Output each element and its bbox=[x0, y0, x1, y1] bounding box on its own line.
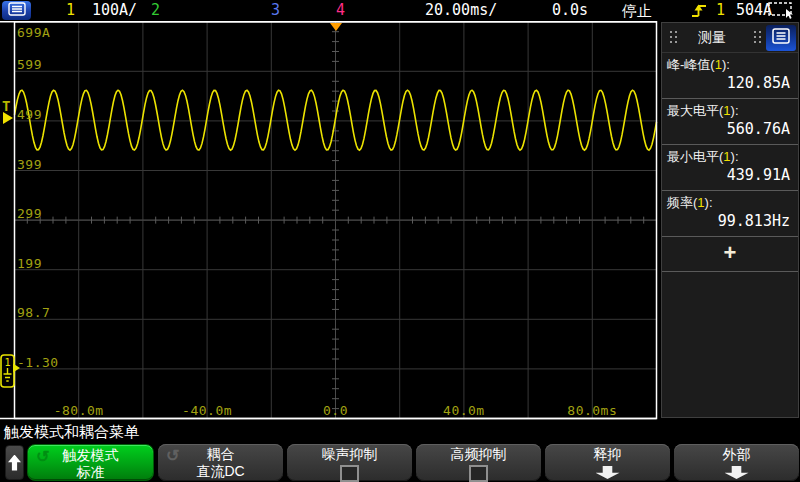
softkey-2[interactable]: ↺耦合直流DC bbox=[158, 444, 283, 481]
y-axis-label: 699A bbox=[17, 25, 50, 40]
channel-2-button[interactable]: 2 bbox=[151, 2, 160, 19]
hamburger-icon bbox=[8, 2, 26, 20]
measurement-channel: 1 bbox=[723, 149, 730, 164]
pointer-select-icon[interactable] bbox=[768, 2, 796, 23]
measurement-value: 99.813Hz bbox=[667, 211, 793, 234]
measurement-list: 峰-峰值(1):120.85A最大电平(1):560.76A最小电平(1):43… bbox=[662, 53, 798, 237]
ground-icon bbox=[4, 368, 12, 381]
softkey-label: 噪声抑制 bbox=[287, 444, 412, 463]
measurement-label: 最小电平(1): bbox=[667, 148, 793, 165]
measurement-value: 439.91A bbox=[667, 165, 793, 188]
y-axis-label: 98.7 bbox=[17, 305, 50, 320]
softkeys: ↺触发模式标准↺耦合直流DC噪声抑制高频抑制释抑外部 bbox=[27, 444, 799, 481]
measurement-value: 560.76A bbox=[667, 119, 793, 142]
softkey-5[interactable]: 释抑 bbox=[545, 444, 670, 481]
softkey-3[interactable]: 噪声抑制 bbox=[287, 444, 412, 481]
measurement-item[interactable]: 峰-峰值(1):120.85A bbox=[662, 53, 798, 99]
measurement-panel-title: 测量 bbox=[662, 29, 762, 47]
delay-readout[interactable]: 0.0s bbox=[552, 2, 588, 19]
trigger-level-marker[interactable] bbox=[3, 112, 13, 124]
menu-status-line: 触发模式和耦合菜单 bbox=[4, 423, 139, 442]
channel-1-scale[interactable]: 100A/ bbox=[92, 2, 137, 19]
softkey-value: 直流DC bbox=[158, 463, 283, 479]
run-state-readout[interactable]: 停止 bbox=[622, 2, 652, 19]
y-axis-label: 499 bbox=[17, 107, 42, 122]
y-axis-label: -1.30 bbox=[17, 355, 59, 370]
timebase-readout[interactable]: 20.00ms/ bbox=[425, 2, 497, 19]
trigger-slope-icon[interactable] bbox=[690, 3, 708, 22]
softkey-label: 释抑 bbox=[545, 444, 670, 463]
down-arrow-icon bbox=[725, 466, 749, 479]
add-measurement-button[interactable]: + bbox=[662, 237, 798, 272]
down-arrow-icon bbox=[596, 466, 620, 479]
measurement-channel: 1 bbox=[697, 195, 704, 210]
measurement-channel: 1 bbox=[723, 103, 730, 118]
ground-marker-channel: 1 bbox=[4, 357, 10, 368]
measurement-channel: 1 bbox=[715, 57, 722, 72]
measurement-label: 峰-峰值(1): bbox=[667, 56, 793, 73]
ground-marker-arrow-icon bbox=[13, 363, 20, 372]
channel-1-ground-marker[interactable]: 1 bbox=[0, 354, 21, 389]
x-axis-label: -40.0m bbox=[167, 403, 247, 418]
y-axis-label: 299 bbox=[17, 206, 42, 221]
measurement-item[interactable]: 最小电平(1):439.91A bbox=[662, 145, 798, 191]
hamburger-icon bbox=[772, 28, 790, 48]
y-axis-label: 599 bbox=[17, 57, 42, 72]
measurement-label: 最大电平(1): bbox=[667, 102, 793, 119]
softkey-label: 外部 bbox=[674, 444, 799, 463]
softkey-6[interactable]: 外部 bbox=[674, 444, 799, 481]
softkey-menu-bar: ↺触发模式标准↺耦合直流DC噪声抑制高频抑制释抑外部 bbox=[0, 443, 800, 482]
channel-4-button[interactable]: 4 bbox=[336, 2, 345, 19]
measurement-panel-header: 测量 bbox=[662, 23, 798, 53]
channel-3-button[interactable]: 3 bbox=[271, 2, 280, 19]
cycle-icon: ↺ bbox=[36, 447, 49, 466]
drag-handle-icon[interactable] bbox=[754, 31, 756, 33]
trigger-source-readout[interactable]: 1 bbox=[716, 2, 725, 19]
softkey-value: 标准 bbox=[28, 464, 153, 480]
measurement-label: 频率(1): bbox=[667, 194, 793, 211]
checkbox[interactable] bbox=[469, 465, 488, 482]
softkey-label: 高频抑制 bbox=[416, 444, 541, 463]
up-arrow-icon bbox=[8, 455, 21, 471]
y-axis-label: 399 bbox=[17, 157, 42, 172]
cycle-icon: ↺ bbox=[166, 446, 179, 465]
channel-1-button[interactable]: 1 bbox=[66, 2, 75, 19]
oscilloscope-screen: 1 100A/ 2 3 4 20.00ms/ 0.0s 停止 1 504A 69… bbox=[0, 0, 800, 482]
x-axis-label: 80.0ms bbox=[552, 403, 632, 418]
softkey-4[interactable]: 高频抑制 bbox=[416, 444, 541, 481]
menu-back-button[interactable] bbox=[5, 445, 24, 480]
trigger-level-readout[interactable]: 504A bbox=[736, 2, 772, 19]
trigger-position-marker[interactable] bbox=[330, 23, 342, 31]
measurement-value: 120.85A bbox=[667, 73, 793, 96]
main-menu-button[interactable] bbox=[2, 1, 31, 20]
softkey-1[interactable]: ↺触发模式标准 bbox=[27, 444, 154, 481]
measurement-item[interactable]: 最大电平(1):560.76A bbox=[662, 99, 798, 145]
measurement-menu-button[interactable] bbox=[766, 25, 796, 51]
checkbox[interactable] bbox=[340, 465, 359, 482]
measurement-panel: 测量 峰-峰值(1):120.85A最大电平(1):560.76A最小电平(1)… bbox=[661, 22, 799, 418]
waveform-graticule: 699A59949939929919998.7-1.30 -80.0m-40.0… bbox=[0, 21, 659, 420]
waveform-plot bbox=[0, 21, 659, 420]
measurement-item[interactable]: 频率(1):99.813Hz bbox=[662, 191, 798, 237]
x-axis-label: -80.0m bbox=[39, 403, 119, 418]
x-axis-label: 0.0 bbox=[296, 403, 376, 418]
x-axis-label: 40.0m bbox=[424, 403, 504, 418]
top-status-bar: 1 100A/ 2 3 4 20.00ms/ 0.0s 停止 1 504A bbox=[0, 0, 800, 21]
y-axis-label: 199 bbox=[17, 256, 42, 271]
